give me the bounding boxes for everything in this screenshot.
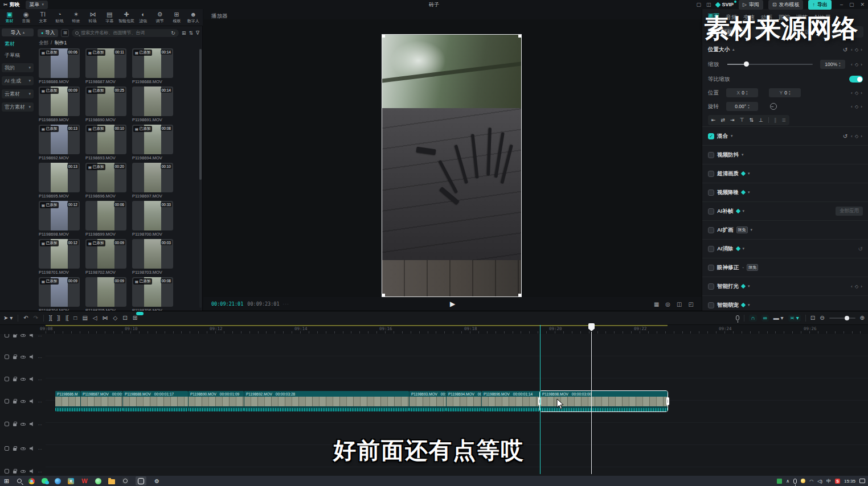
network-tray-icon[interactable]: ◠ xyxy=(809,479,813,484)
blend-checkbox[interactable]: ✓ xyxy=(708,133,714,139)
freeze-icon[interactable]: ▤ xyxy=(82,315,87,321)
media-item[interactable]: ▤已添加00:09P1198704.MOV xyxy=(39,277,80,314)
player-fullscreen-icon[interactable]: ◰ xyxy=(689,301,694,307)
ribbon-tab-text[interactable]: TI文本 xyxy=(35,11,51,24)
publish-template-button[interactable]: ⊡ 发布模板 xyxy=(768,0,804,10)
eye-icon[interactable] xyxy=(21,423,26,426)
rotate-field[interactable]: 0.00° ▴▾ xyxy=(726,102,758,111)
lock-icon[interactable] xyxy=(13,471,17,473)
collect-grid-icon[interactable]: ⊞ xyxy=(61,29,69,37)
sogou-tray-icon[interactable]: S xyxy=(835,479,840,484)
timeline-clip[interactable]: P1198688.MOV00:00:01:17 xyxy=(122,391,188,411)
keyframe-control[interactable]: ‹ ◇ › xyxy=(851,104,863,109)
align-icon-3[interactable]: ⊤ xyxy=(740,117,744,123)
eye-icon[interactable] xyxy=(21,447,26,450)
clip-trim-handle-right[interactable] xyxy=(666,397,669,405)
inspector-subtab-cutout[interactable]: 抠像 xyxy=(747,27,785,36)
stepper-icon[interactable]: ▴▾ xyxy=(789,90,791,96)
ribbon-tab-media[interactable]: ▣素材 xyxy=(1,11,18,24)
media-item[interactable]: ▤已添加00:09P1198702.MOV xyxy=(85,239,126,275)
taskbar-app-wps[interactable]: W xyxy=(81,477,88,485)
ai-interpolation-checkbox[interactable] xyxy=(708,208,714,215)
timeline-clip[interactable]: P1198692.MOV00:00:03:28 xyxy=(244,391,409,411)
keyframe-control[interactable]: ‹ ◇ › xyxy=(851,284,863,289)
speaker-icon[interactable] xyxy=(30,377,34,381)
ribbon-tab-effects[interactable]: ✶特效 xyxy=(68,11,84,24)
media-item[interactable]: 00:03P1198703.MOV xyxy=(132,239,173,275)
app-tray-icon[interactable] xyxy=(801,479,805,483)
inspector-subtab-basic[interactable]: 基础 xyxy=(708,27,747,36)
split-icon[interactable]: ][ xyxy=(49,315,52,321)
preview-axis-icon[interactable]: ▬ ▾ xyxy=(773,315,784,321)
inspector-tab-audio[interactable]: 音频 xyxy=(726,14,737,22)
scale-value[interactable]: 100% ▴▾ xyxy=(820,60,845,69)
lock-icon[interactable] xyxy=(13,335,17,337)
position-size-header[interactable]: 位置大小 ▴ ↺ ‹ ◇ › xyxy=(702,44,868,55)
ribbon-tab-avatar[interactable]: ☻数字人 xyxy=(185,11,202,24)
denoise-checkbox[interactable] xyxy=(708,190,714,196)
media-item[interactable]: 00:09P1198705.MOV xyxy=(85,277,126,314)
transform-handle[interactable] xyxy=(518,35,521,38)
keyframe-control[interactable]: ‹ ◇ › xyxy=(851,62,863,67)
smart-pet-checkbox[interactable] xyxy=(708,302,714,308)
eye-correct-checkbox[interactable] xyxy=(708,265,714,271)
svip-badge[interactable]: SVIP xyxy=(716,2,734,7)
rotate-knob[interactable] xyxy=(770,103,777,110)
ai-remove-checkbox[interactable] xyxy=(708,246,714,252)
align-icon-1[interactable]: ⇄ xyxy=(721,117,726,123)
ribbon-tab-captions[interactable]: ▤字幕 xyxy=(101,11,118,24)
transform-handle[interactable] xyxy=(518,294,521,296)
align-icon-5[interactable]: ⊥ xyxy=(759,117,763,123)
sidebar-item-material[interactable]: 素材 xyxy=(2,40,34,48)
inspector-tab-speed[interactable]: 变速 xyxy=(743,14,755,22)
align-icon-0[interactable]: ⇤ xyxy=(711,117,716,123)
mic-tray-icon[interactable] xyxy=(793,479,797,484)
zoom-slider-knob[interactable] xyxy=(845,316,849,320)
media-item[interactable]: ▤已添加00:12P1198701.MOV xyxy=(39,239,80,275)
media-item[interactable]: ▤已添加00:10P1198693.MOV xyxy=(85,125,126,161)
reset-icon[interactable]: ↺ xyxy=(843,133,847,139)
section-blend[interactable]: ✓混合▾↺‹ ◇ › xyxy=(702,126,868,145)
media-item[interactable]: 00:14P1198691.MOV xyxy=(132,87,173,123)
breadcrumb-parent[interactable]: 全部 xyxy=(39,40,48,47)
section-denoise[interactable]: 视频降噪▾ xyxy=(702,183,868,201)
timeline-clip[interactable]: P1198690.MOV00:00:01:09 xyxy=(188,391,244,411)
media-item[interactable]: ▤已添加00:11P1198687.MOV xyxy=(85,48,126,85)
keyframe-control[interactable]: ‹ ◇ › xyxy=(851,47,863,52)
delete-icon[interactable]: □ xyxy=(73,315,77,321)
reset-icon[interactable]: ↺ xyxy=(843,47,847,53)
section-ai-interpolation[interactable]: AI补帧▾全部应用 xyxy=(702,201,868,220)
stepper-icon[interactable]: ▴▾ xyxy=(748,104,750,109)
layout-toggle-icon[interactable]: ▢ xyxy=(696,2,701,7)
zoom-slider[interactable] xyxy=(829,318,855,319)
layout-select-icon[interactable]: ◫ xyxy=(706,2,711,7)
taskbar-app-chrome[interactable] xyxy=(28,478,35,484)
media-item[interactable]: 00:10P1198697.MOV xyxy=(132,163,173,199)
sidebar-item-mine[interactable]: 我的▾ xyxy=(2,63,34,72)
media-item[interactable]: ▤已添加00:14P1198688.MOV xyxy=(132,48,173,85)
stepper-icon[interactable]: ▴▾ xyxy=(839,61,841,67)
sidebar-item-ai[interactable]: AI 生成▾ xyxy=(2,76,34,85)
player-quality-icon[interactable]: ▦ xyxy=(654,301,659,307)
timeline-clip[interactable]: P1198686.M xyxy=(55,391,80,411)
sort-icon[interactable]: ⇅ xyxy=(189,30,193,36)
timeline-clip[interactable]: P1198696.MOV00:00:01:14 xyxy=(481,391,540,411)
snapshot-icon[interactable]: ⊞ xyxy=(133,315,137,321)
media-scrollbar[interactable] xyxy=(199,49,202,308)
reverse-icon[interactable]: ◁ xyxy=(93,315,97,321)
auto-snap-icon[interactable]: ≍ ▾ xyxy=(788,315,801,322)
taskbar-app-dark-app[interactable] xyxy=(122,477,129,484)
inspector-tab-ai-fx[interactable]: AI效果 xyxy=(814,14,830,22)
sidebar-item-official[interactable]: 官方素材▾ xyxy=(2,102,34,112)
video-preview[interactable] xyxy=(382,34,522,297)
stabilize-checkbox[interactable] xyxy=(708,152,714,158)
lock-icon[interactable] xyxy=(13,448,17,451)
transform-handle[interactable] xyxy=(382,35,385,38)
inspector-tab-adjust[interactable]: 调节 xyxy=(796,14,808,22)
inspector-tab-tracking[interactable]: 跟踪 xyxy=(779,14,790,22)
zoom-out-icon[interactable]: ⊖ xyxy=(820,315,824,321)
close-button[interactable]: ✕ xyxy=(860,2,865,7)
media-item[interactable]: 00:06P1198699.MOV xyxy=(85,201,126,237)
record-voice-icon[interactable] xyxy=(736,315,739,320)
smart-light-checkbox[interactable] xyxy=(708,283,714,290)
